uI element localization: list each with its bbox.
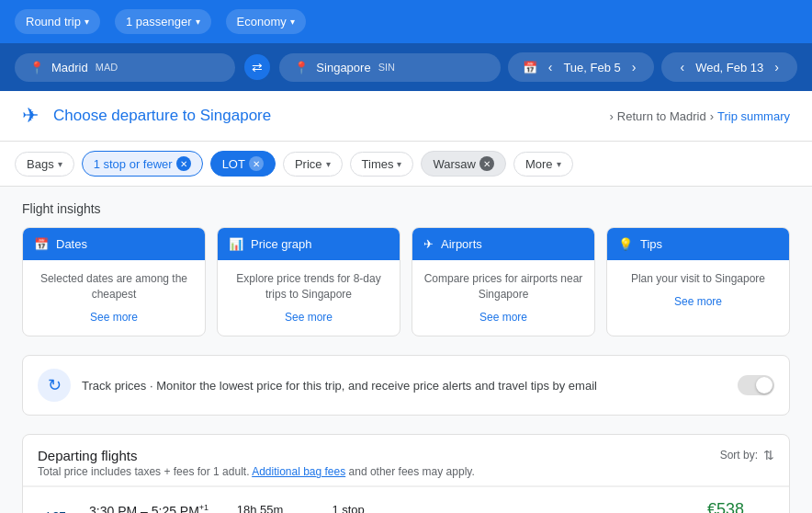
return-prev-button[interactable]: ‹ (676, 60, 688, 74)
tips-insight-card[interactable]: 💡 Tips Plan your visit to Singapore See … (606, 227, 790, 336)
chevron-right-icon-2: › (710, 109, 714, 123)
more-filter[interactable]: More ▾ (513, 152, 573, 177)
one-stop-close-icon[interactable]: ✕ (176, 156, 191, 171)
return-date-field[interactable]: ‹ Wed, Feb 13 › (661, 52, 797, 82)
flight-time-range: 3:30 PM – 5:25 PM+1 (89, 503, 209, 513)
price-filter[interactable]: Price ▾ (283, 152, 343, 177)
trip-type-label: Round trip (26, 15, 81, 28)
swap-airports-button[interactable]: ⇄ (242, 52, 272, 82)
return-next-button[interactable]: › (771, 60, 783, 74)
dates-card-body: Selected dates are among the cheapest Se… (23, 260, 205, 336)
dates-insight-card[interactable]: 📅 Dates Selected dates are among the che… (22, 227, 206, 336)
departure-next-button[interactable]: › (628, 60, 640, 74)
sort-bar: Sort by: ⇅ (720, 448, 774, 462)
warsaw-label: Warsaw (433, 157, 475, 171)
filter-bar: Bags ▾ 1 stop or fewer ✕ LOT ✕ Price ▾ T… (0, 142, 812, 187)
departing-flights-subtitle: Total price includes taxes + fees for 1 … (38, 465, 475, 478)
airports-see-more[interactable]: See more (423, 310, 583, 325)
track-prices-icon: ↻ (38, 369, 71, 402)
location-icon: 📍 (29, 61, 44, 74)
top-navigation-bar: Round trip ▾ 1 passenger ▾ Economy ▾ (0, 0, 812, 43)
times-label: Times (362, 157, 394, 171)
bags-filter[interactable]: Bags ▾ (15, 152, 74, 177)
tips-card-text: Plan your visit to Singapore (631, 272, 765, 285)
track-prices-bar: ↻ Track prices · Monitor the lowest pric… (22, 355, 790, 416)
flight-duration: 18h 55m MAD–SIN (223, 503, 297, 513)
search-bar: 📍 Madrid MAD ⇄ 📍 Singapore SIN 📅 ‹ Tue, … (0, 43, 812, 91)
dates-see-more[interactable]: See more (34, 310, 194, 325)
track-prices-toggle[interactable] (738, 375, 774, 395)
departure-prev-button[interactable]: ‹ (545, 60, 557, 74)
cabin-chevron: ▾ (290, 17, 295, 27)
airports-card-text: Compare prices for airports near Singapo… (424, 272, 583, 301)
tips-card-title: Tips (640, 237, 662, 251)
time-superscript: +1 (199, 503, 209, 512)
trip-summary-link[interactable]: Trip summary (717, 109, 790, 123)
return-date: Wed, Feb 13 (695, 61, 763, 74)
price-graph-insight-card[interactable]: 📊 Price graph Explore price trends for 8… (217, 227, 400, 336)
lot-filter[interactable]: LOT ✕ (210, 151, 276, 177)
lot-label: LOT (222, 157, 245, 171)
flight-stops: 1 stop 3h 50m WAW (311, 503, 385, 513)
passengers-label: 1 passenger (126, 15, 192, 28)
calendar-insight-icon: 📅 (34, 237, 49, 251)
times-chevron: ▾ (397, 159, 401, 169)
departure-date-field[interactable]: 📅 ‹ Tue, Feb 5 › (508, 52, 655, 82)
refresh-icon: ↻ (48, 375, 62, 395)
price-graph-card-title: Price graph (251, 237, 311, 251)
origin-city: Madrid (51, 61, 88, 74)
passengers-chevron: ▾ (196, 17, 200, 27)
tips-card-body: Plan your visit to Singapore See more (607, 260, 789, 321)
dates-card-header: 📅 Dates (23, 228, 205, 260)
flight-row[interactable]: LOT 3:30 PM – 5:25 PM+1 LOT 18h 55m MAD–… (23, 486, 789, 513)
sort-by-label: Sort by: (720, 449, 758, 462)
departure-date: Tue, Feb 5 (563, 61, 620, 74)
bags-chevron: ▾ (58, 159, 62, 169)
swap-icon: ⇄ (252, 60, 263, 74)
track-prices-label: Track prices (82, 379, 146, 393)
bar-chart-icon: 📊 (229, 237, 243, 251)
airports-card-title: Airports (441, 237, 482, 251)
sort-icon[interactable]: ⇅ (763, 448, 774, 462)
plane-departure-icon: ✈ (22, 104, 39, 128)
tips-see-more[interactable]: See more (618, 294, 778, 310)
airports-card-header: ✈ Airports (412, 228, 594, 260)
passengers-selector[interactable]: 1 passenger ▾ (115, 9, 211, 34)
price-graph-see-more[interactable]: See more (229, 310, 389, 325)
airports-insight-card[interactable]: ✈ Airports Compare prices for airports n… (412, 227, 595, 336)
expand-flight-button[interactable]: ▾ (759, 503, 774, 513)
price-graph-card-body: Explore price trends for 8-day trips to … (218, 260, 400, 336)
track-prices-description: Monitor the lowest price for this trip, … (156, 379, 597, 393)
flight-price: €538 round trip (697, 500, 744, 513)
bag-fees-link[interactable]: Additional bag fees (252, 465, 345, 478)
warsaw-filter[interactable]: Warsaw ✕ (421, 151, 505, 177)
trip-type-chevron: ▾ (85, 17, 89, 27)
lot-close-icon[interactable]: ✕ (249, 156, 264, 171)
main-content: Flight insights 📅 Dates Selected dates a… (0, 187, 812, 513)
times-filter[interactable]: Times ▾ (350, 152, 414, 177)
price-value: €538 (697, 500, 744, 513)
one-stop-label: 1 stop or fewer (94, 157, 173, 171)
calendar-icon: 📅 (523, 61, 537, 74)
more-label: More (525, 157, 553, 171)
more-chevron: ▾ (557, 159, 561, 169)
return-to-madrid-link[interactable]: Return to Madrid (617, 109, 706, 123)
page-title: Choose departure to Singapore (53, 107, 271, 125)
bags-label: Bags (27, 157, 54, 171)
other-fees-text: and other fees may apply. (349, 465, 475, 478)
location-icon-dest: 📍 (294, 61, 309, 74)
subtitle-text: Total price includes taxes + fees for 1 … (38, 465, 249, 478)
origin-field[interactable]: 📍 Madrid MAD (15, 53, 235, 82)
destination-field[interactable]: 📍 Singapore SIN (279, 53, 500, 82)
bulb-icon: 💡 (618, 237, 633, 251)
price-chevron: ▾ (326, 159, 331, 169)
warsaw-close-icon[interactable]: ✕ (479, 156, 494, 171)
departing-flights-section: Departing flights Total price includes t… (22, 434, 790, 513)
cabin-selector[interactable]: Economy ▾ (226, 9, 306, 34)
flight-insights-section: Flight insights 📅 Dates Selected dates a… (22, 201, 790, 336)
stops-value: 1 stop (311, 503, 385, 513)
insights-grid: 📅 Dates Selected dates are among the che… (22, 227, 790, 336)
dates-card-text: Selected dates are among the cheapest (40, 272, 187, 301)
trip-type-selector[interactable]: Round trip ▾ (15, 9, 100, 34)
one-stop-filter[interactable]: 1 stop or fewer ✕ (82, 151, 203, 177)
